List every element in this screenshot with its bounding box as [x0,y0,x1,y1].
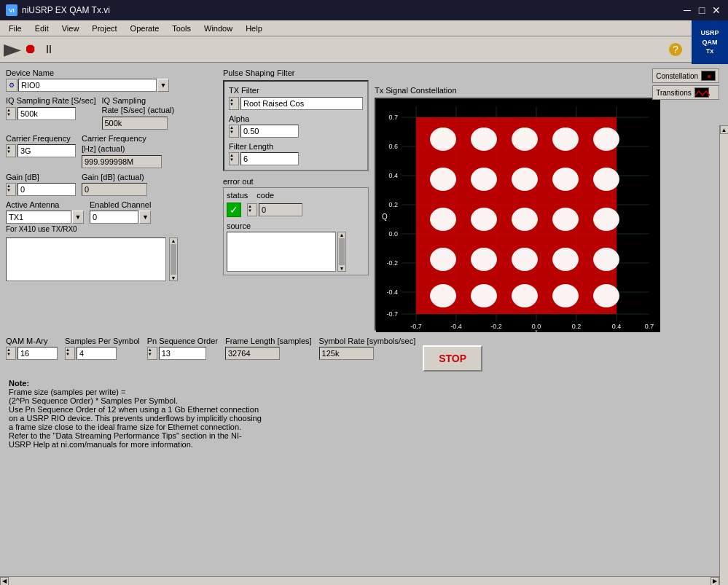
tx-filter-spin[interactable]: ▲ ▼ [229,97,239,110]
iq-sampling-input1: ▲ ▼ 500k [6,107,96,120]
svg-text:-0.7: -0.7 [410,323,422,330]
error-box: status code ✓ ▲ ▼ 0 [223,187,369,275]
menu-bar: File Edit View Project Operate Tools Win… [0,20,728,36]
gain-value1[interactable]: 0 [17,183,76,196]
menu-operate[interactable]: Operate [125,23,165,34]
minimize-button[interactable]: ─ [681,4,693,16]
scroll-left-arrow[interactable]: ◀ [0,577,9,586]
iq-sampling-value1[interactable]: 500k [17,107,76,120]
close-button[interactable]: ✕ [711,4,722,16]
filter-length-value[interactable]: 6 [240,152,299,165]
carrier-spin1[interactable]: ▲ ▼ [6,144,16,157]
svg-point-39 [471,168,497,191]
scroll-right-arrow[interactable]: ▶ [711,577,719,586]
menu-window[interactable]: Window [198,23,238,34]
bottom-row: QAM M-Ary ▲ ▼ 16 Samples Per Symbol ▲ ▼ … [6,337,722,372]
samples-per-symbol-value[interactable]: 4 [77,347,117,360]
svg-text:0.0: 0.0 [388,230,398,237]
source-scroll-up[interactable]: ▲ [171,238,176,243]
menu-project[interactable]: Project [86,23,122,34]
menu-file[interactable]: File [3,23,28,34]
samples-per-symbol-input: ▲ ▼ 4 [65,347,140,360]
status-indicator: ✓ [227,203,241,217]
scrollbar-h[interactable]: ◀ ▶ [0,576,719,585]
stop-button[interactable]: STOP [423,345,482,372]
svg-point-36 [552,127,579,151]
filter-length-spin[interactable]: ▲ ▼ [229,152,239,165]
svg-text:-0.7: -0.7 [386,310,398,318]
maximize-button[interactable]: □ [696,4,708,16]
pause-icon[interactable]: ⏸ [43,43,55,56]
enabled-channel-value[interactable]: 0 [90,211,138,224]
gain-input1: ▲ ▼ 0 [6,183,76,196]
note-line3: Use Pn Sequence Order of 12 when using a… [9,405,461,414]
alpha-spin[interactable]: ▲ ▼ [229,125,239,138]
device-name-dropdown[interactable]: ⚙ RIO0 ▼ [6,79,217,92]
active-antenna-arrow[interactable]: ▼ [72,211,84,224]
samples-per-symbol-label: Samples Per Symbol [65,337,140,345]
menu-edit[interactable]: Edit [29,23,55,34]
toolbar: ▶ ⏺ ⏸ ? [0,36,728,63]
menu-help[interactable]: Help [240,23,268,34]
filter-length-row: ▲ ▼ 6 [229,152,363,165]
device-name-value[interactable]: RIO0 [18,79,157,92]
error-scroll-down[interactable]: ▼ [340,266,345,271]
legend-transitions: Transitions [652,85,719,100]
source-scrollbar[interactable]: ▲ ▼ [169,237,178,281]
help-icon[interactable]: ? [669,43,682,56]
svg-point-42 [593,168,619,191]
carrier-freq-label2: Carrier Frequency[Hz] (actual) [82,134,162,153]
device-name-arrow[interactable]: ▼ [157,79,169,92]
svg-point-48 [430,248,456,271]
active-antenna-value[interactable]: TX1 [6,211,71,224]
iq-spin1[interactable]: ▲ ▼ [6,107,16,120]
code-spin[interactable]: ▲ ▼ [247,203,257,216]
filter-length-label: Filter Length [229,142,363,151]
svg-text:0.2: 0.2 [572,323,582,330]
svg-point-41 [552,168,579,191]
scroll-up-arrow[interactable]: ▲ [720,125,729,134]
stop-record-icon[interactable]: ⏺ [24,42,37,57]
menu-tools[interactable]: Tools [166,23,197,34]
iq-sampling-right: IQ SamplingRate [S/sec] (actual) 500k [102,96,175,130]
samples-spin[interactable]: ▲ ▼ [65,347,75,360]
active-antenna-label: Active Antenna [6,200,84,209]
run-arrow-icon[interactable]: ▶ [4,40,21,59]
samples-per-symbol-group: Samples Per Symbol ▲ ▼ 4 [65,337,140,360]
pn-sequence-group: Pn Sequence Order ▲ ▼ 13 [147,337,218,360]
symbol-rate-group: Symbol Rate [symbols/sec] 125k [319,337,416,360]
enabled-channel-dropdown[interactable]: 0 ▼ [90,211,151,224]
gain-spin1[interactable]: ▲ ▼ [6,183,16,196]
svg-point-46 [552,208,579,231]
alpha-value[interactable]: 0.50 [240,125,299,138]
iq-sampling-label1: IQ Sampling Rate [S/sec] [6,96,96,106]
carrier-freq-value1[interactable]: 3G [17,144,76,157]
window-controls[interactable]: ─ □ ✕ [681,4,722,16]
transitions-legend-wave [694,87,709,98]
app-icon: VI [6,4,17,16]
gain-row: Gain [dB] ▲ ▼ 0 Gain [dB] (actual) 0 [6,173,217,196]
enabled-channel-label: Enabled Channel [90,200,151,209]
qam-mary-value[interactable]: 16 [17,347,58,360]
error-labels-row: status code [227,191,365,200]
pn-sequence-value[interactable]: 13 [159,347,206,360]
enabled-channel-arrow[interactable]: ▼ [139,211,151,224]
error-scrollbar[interactable]: ▲ ▼ [337,232,346,272]
status-label: status [227,191,248,200]
middle-panel: Pulse Shaping Filter TX Filter ▲ ▼ Root … [223,68,369,331]
active-antenna-dropdown[interactable]: TX1 ▼ [6,211,84,224]
scrollbar-v[interactable]: ▲ ▼ [719,125,728,585]
pn-spin[interactable]: ▲ ▼ [147,347,157,360]
alpha-label: Alpha [229,114,363,123]
device-name-spin[interactable]: ⚙ [6,79,17,92]
svg-point-33 [430,127,456,151]
source-scroll-down[interactable]: ▼ [171,275,176,280]
error-source-box [227,232,336,272]
menu-view[interactable]: View [56,23,85,34]
carrier-freq-row: Carrier Frequency ▲ ▼ 3G Carrier Frequen… [6,134,217,168]
alpha-row: ▲ ▼ 0.50 [229,125,363,138]
gain-label2: Gain [dB] (actual) [82,173,147,181]
error-scroll-up[interactable]: ▲ [340,232,345,237]
tx-filter-value[interactable]: Root Raised Cos [240,97,363,110]
qam-spin[interactable]: ▲ ▼ [6,347,16,360]
